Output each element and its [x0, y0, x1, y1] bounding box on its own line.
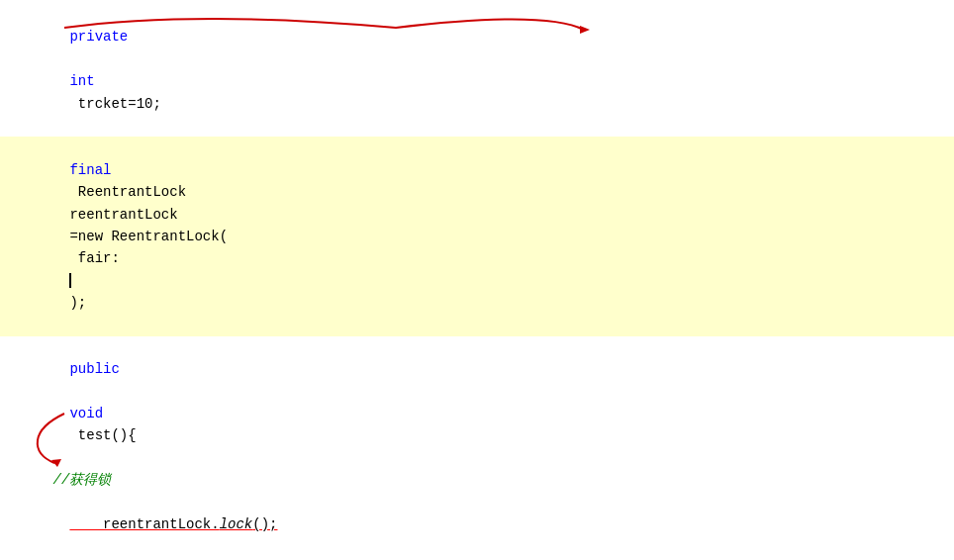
code-line: public void test(){ — [0, 336, 954, 469]
keyword-final: final — [69, 162, 111, 178]
code-line: private int trcket=10; — [0, 4, 954, 137]
lock-call: reentrantLock.lock(); — [69, 516, 277, 532]
code-text: fair: — [69, 250, 128, 266]
keyword-public: public — [69, 361, 119, 377]
code-line-lock: reentrantLock.lock(); — [0, 492, 954, 558]
code-text: reentrantLock.lock(); — [20, 492, 277, 558]
code-line: //获得锁 — [0, 469, 954, 491]
text-cursor — [69, 273, 71, 288]
code-text: private int trcket=10; — [20, 4, 161, 137]
code-editor: private int trcket=10; final ReentrantLo… — [0, 0, 954, 560]
code-text: public void test(){ — [20, 336, 137, 469]
code-text: test(){ — [69, 427, 136, 443]
code-text — [69, 384, 77, 400]
comment-text: //获得锁 — [20, 469, 111, 491]
code-text: trcket=10; — [69, 96, 160, 112]
code-text — [69, 51, 77, 67]
code-line-final: final ReentrantLock reentrantLock =new R… — [0, 137, 954, 336]
code-text: final ReentrantLock reentrantLock =new R… — [20, 137, 228, 336]
code-text: =new ReentrantLock( — [69, 229, 228, 244]
keyword-int: int — [69, 73, 94, 89]
code-text: reentrantLock — [69, 207, 177, 223]
keyword-void: void — [69, 406, 103, 421]
keyword-private: private — [69, 29, 128, 45]
code-text: ); — [69, 295, 86, 311]
code-text: ReentrantLock — [69, 184, 194, 200]
